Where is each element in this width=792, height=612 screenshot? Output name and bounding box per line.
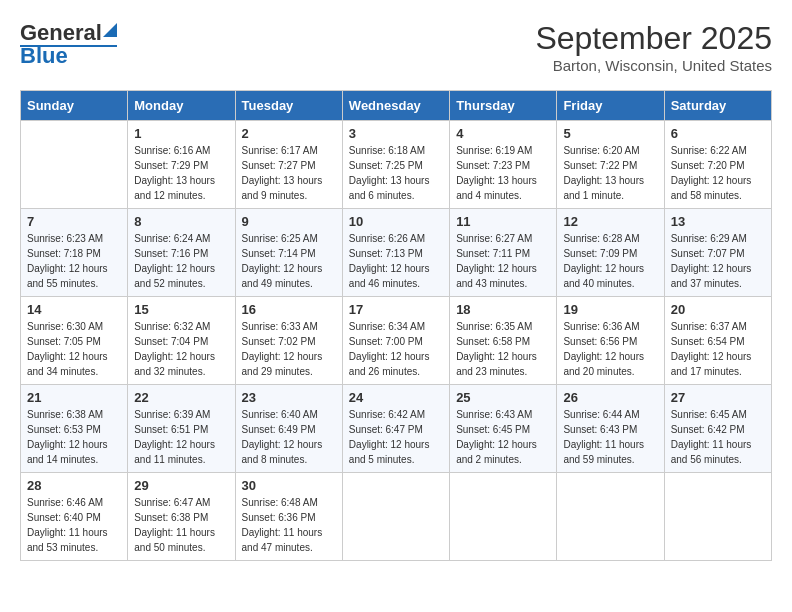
cell-date-number: 8 xyxy=(134,214,228,229)
cell-info: Sunrise: 6:27 AM Sunset: 7:11 PM Dayligh… xyxy=(456,231,550,291)
calendar-week-row: 21Sunrise: 6:38 AM Sunset: 6:53 PM Dayli… xyxy=(21,385,772,473)
cell-info: Sunrise: 6:29 AM Sunset: 7:07 PM Dayligh… xyxy=(671,231,765,291)
calendar-cell: 5Sunrise: 6:20 AM Sunset: 7:22 PM Daylig… xyxy=(557,121,664,209)
calendar-cell: 29Sunrise: 6:47 AM Sunset: 6:38 PM Dayli… xyxy=(128,473,235,561)
day-header-sunday: Sunday xyxy=(21,91,128,121)
cell-info: Sunrise: 6:39 AM Sunset: 6:51 PM Dayligh… xyxy=(134,407,228,467)
cell-info: Sunrise: 6:33 AM Sunset: 7:02 PM Dayligh… xyxy=(242,319,336,379)
cell-date-number: 30 xyxy=(242,478,336,493)
calendar-cell: 19Sunrise: 6:36 AM Sunset: 6:56 PM Dayli… xyxy=(557,297,664,385)
calendar-cell: 7Sunrise: 6:23 AM Sunset: 7:18 PM Daylig… xyxy=(21,209,128,297)
day-header-wednesday: Wednesday xyxy=(342,91,449,121)
cell-date-number: 7 xyxy=(27,214,121,229)
calendar-cell: 18Sunrise: 6:35 AM Sunset: 6:58 PM Dayli… xyxy=(450,297,557,385)
cell-date-number: 12 xyxy=(563,214,657,229)
cell-info: Sunrise: 6:36 AM Sunset: 6:56 PM Dayligh… xyxy=(563,319,657,379)
cell-date-number: 2 xyxy=(242,126,336,141)
calendar-cell: 4Sunrise: 6:19 AM Sunset: 7:23 PM Daylig… xyxy=(450,121,557,209)
calendar-cell: 25Sunrise: 6:43 AM Sunset: 6:45 PM Dayli… xyxy=(450,385,557,473)
cell-date-number: 15 xyxy=(134,302,228,317)
calendar-cell: 27Sunrise: 6:45 AM Sunset: 6:42 PM Dayli… xyxy=(664,385,771,473)
cell-date-number: 23 xyxy=(242,390,336,405)
day-header-monday: Monday xyxy=(128,91,235,121)
calendar-cell: 22Sunrise: 6:39 AM Sunset: 6:51 PM Dayli… xyxy=(128,385,235,473)
calendar-week-row: 28Sunrise: 6:46 AM Sunset: 6:40 PM Dayli… xyxy=(21,473,772,561)
cell-date-number: 26 xyxy=(563,390,657,405)
cell-info: Sunrise: 6:28 AM Sunset: 7:09 PM Dayligh… xyxy=(563,231,657,291)
calendar-cell: 10Sunrise: 6:26 AM Sunset: 7:13 PM Dayli… xyxy=(342,209,449,297)
cell-date-number: 25 xyxy=(456,390,550,405)
cell-date-number: 27 xyxy=(671,390,765,405)
logo: General Blue xyxy=(20,20,117,69)
cell-date-number: 3 xyxy=(349,126,443,141)
calendar-cell: 23Sunrise: 6:40 AM Sunset: 6:49 PM Dayli… xyxy=(235,385,342,473)
calendar-week-row: 1Sunrise: 6:16 AM Sunset: 7:29 PM Daylig… xyxy=(21,121,772,209)
cell-date-number: 16 xyxy=(242,302,336,317)
calendar-header-row: SundayMondayTuesdayWednesdayThursdayFrid… xyxy=(21,91,772,121)
cell-date-number: 18 xyxy=(456,302,550,317)
calendar-cell xyxy=(664,473,771,561)
calendar-week-row: 14Sunrise: 6:30 AM Sunset: 7:05 PM Dayli… xyxy=(21,297,772,385)
cell-date-number: 10 xyxy=(349,214,443,229)
cell-date-number: 21 xyxy=(27,390,121,405)
cell-date-number: 6 xyxy=(671,126,765,141)
calendar-cell xyxy=(21,121,128,209)
cell-info: Sunrise: 6:30 AM Sunset: 7:05 PM Dayligh… xyxy=(27,319,121,379)
calendar-cell: 17Sunrise: 6:34 AM Sunset: 7:00 PM Dayli… xyxy=(342,297,449,385)
cell-date-number: 13 xyxy=(671,214,765,229)
cell-info: Sunrise: 6:48 AM Sunset: 6:36 PM Dayligh… xyxy=(242,495,336,555)
calendar-cell: 26Sunrise: 6:44 AM Sunset: 6:43 PM Dayli… xyxy=(557,385,664,473)
cell-info: Sunrise: 6:32 AM Sunset: 7:04 PM Dayligh… xyxy=(134,319,228,379)
calendar-cell: 21Sunrise: 6:38 AM Sunset: 6:53 PM Dayli… xyxy=(21,385,128,473)
cell-info: Sunrise: 6:37 AM Sunset: 6:54 PM Dayligh… xyxy=(671,319,765,379)
day-header-saturday: Saturday xyxy=(664,91,771,121)
cell-info: Sunrise: 6:34 AM Sunset: 7:00 PM Dayligh… xyxy=(349,319,443,379)
day-header-thursday: Thursday xyxy=(450,91,557,121)
calendar-cell: 30Sunrise: 6:48 AM Sunset: 6:36 PM Dayli… xyxy=(235,473,342,561)
calendar-cell xyxy=(557,473,664,561)
calendar-cell: 9Sunrise: 6:25 AM Sunset: 7:14 PM Daylig… xyxy=(235,209,342,297)
cell-info: Sunrise: 6:45 AM Sunset: 6:42 PM Dayligh… xyxy=(671,407,765,467)
cell-info: Sunrise: 6:24 AM Sunset: 7:16 PM Dayligh… xyxy=(134,231,228,291)
cell-info: Sunrise: 6:25 AM Sunset: 7:14 PM Dayligh… xyxy=(242,231,336,291)
cell-info: Sunrise: 6:35 AM Sunset: 6:58 PM Dayligh… xyxy=(456,319,550,379)
cell-info: Sunrise: 6:23 AM Sunset: 7:18 PM Dayligh… xyxy=(27,231,121,291)
calendar-cell: 12Sunrise: 6:28 AM Sunset: 7:09 PM Dayli… xyxy=(557,209,664,297)
cell-date-number: 9 xyxy=(242,214,336,229)
title-block: September 2025 Barton, Wisconsin, United… xyxy=(535,20,772,74)
cell-date-number: 17 xyxy=(349,302,443,317)
calendar-cell: 20Sunrise: 6:37 AM Sunset: 6:54 PM Dayli… xyxy=(664,297,771,385)
cell-date-number: 11 xyxy=(456,214,550,229)
calendar-cell: 13Sunrise: 6:29 AM Sunset: 7:07 PM Dayli… xyxy=(664,209,771,297)
cell-info: Sunrise: 6:16 AM Sunset: 7:29 PM Dayligh… xyxy=(134,143,228,203)
day-header-tuesday: Tuesday xyxy=(235,91,342,121)
calendar-cell: 1Sunrise: 6:16 AM Sunset: 7:29 PM Daylig… xyxy=(128,121,235,209)
cell-info: Sunrise: 6:17 AM Sunset: 7:27 PM Dayligh… xyxy=(242,143,336,203)
calendar-cell: 28Sunrise: 6:46 AM Sunset: 6:40 PM Dayli… xyxy=(21,473,128,561)
calendar-cell: 6Sunrise: 6:22 AM Sunset: 7:20 PM Daylig… xyxy=(664,121,771,209)
calendar-week-row: 7Sunrise: 6:23 AM Sunset: 7:18 PM Daylig… xyxy=(21,209,772,297)
calendar-cell: 8Sunrise: 6:24 AM Sunset: 7:16 PM Daylig… xyxy=(128,209,235,297)
cell-date-number: 28 xyxy=(27,478,121,493)
calendar-cell xyxy=(450,473,557,561)
cell-info: Sunrise: 6:42 AM Sunset: 6:47 PM Dayligh… xyxy=(349,407,443,467)
calendar-cell: 2Sunrise: 6:17 AM Sunset: 7:27 PM Daylig… xyxy=(235,121,342,209)
cell-info: Sunrise: 6:20 AM Sunset: 7:22 PM Dayligh… xyxy=(563,143,657,203)
cell-date-number: 1 xyxy=(134,126,228,141)
calendar-cell: 3Sunrise: 6:18 AM Sunset: 7:25 PM Daylig… xyxy=(342,121,449,209)
cell-date-number: 5 xyxy=(563,126,657,141)
day-header-friday: Friday xyxy=(557,91,664,121)
cell-info: Sunrise: 6:44 AM Sunset: 6:43 PM Dayligh… xyxy=(563,407,657,467)
calendar-cell: 11Sunrise: 6:27 AM Sunset: 7:11 PM Dayli… xyxy=(450,209,557,297)
calendar-cell xyxy=(342,473,449,561)
calendar-subtitle: Barton, Wisconsin, United States xyxy=(535,57,772,74)
cell-date-number: 20 xyxy=(671,302,765,317)
cell-date-number: 4 xyxy=(456,126,550,141)
logo-blue-text: Blue xyxy=(20,43,68,69)
cell-info: Sunrise: 6:46 AM Sunset: 6:40 PM Dayligh… xyxy=(27,495,121,555)
cell-info: Sunrise: 6:22 AM Sunset: 7:20 PM Dayligh… xyxy=(671,143,765,203)
cell-info: Sunrise: 6:43 AM Sunset: 6:45 PM Dayligh… xyxy=(456,407,550,467)
cell-info: Sunrise: 6:40 AM Sunset: 6:49 PM Dayligh… xyxy=(242,407,336,467)
calendar-table: SundayMondayTuesdayWednesdayThursdayFrid… xyxy=(20,90,772,561)
cell-date-number: 22 xyxy=(134,390,228,405)
